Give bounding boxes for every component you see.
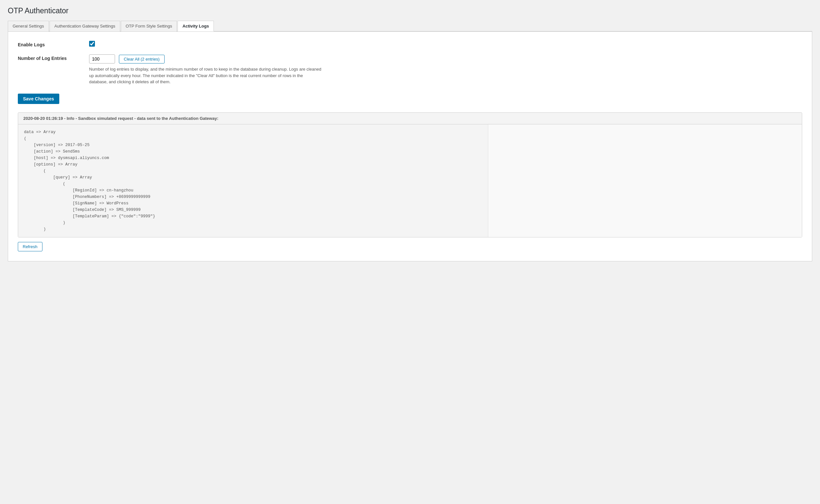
tab-general-settings[interactable]: General Settings xyxy=(8,21,49,31)
clear-all-button[interactable]: Clear All (2 entries) xyxy=(119,55,165,63)
log-entries-help: Number of log entries to display, and th… xyxy=(89,66,322,85)
log-entries-label: Number of Log Entries xyxy=(18,54,89,61)
log-container: 2020-08-20 01:26:19 - Info - Sandbox sim… xyxy=(18,112,802,237)
enable-logs-control xyxy=(89,41,95,47)
log-body: data => Array ( [version] => 2017-05-25 … xyxy=(18,124,802,237)
page-title: OTP Authenticator xyxy=(8,6,812,15)
enable-logs-label: Enable Logs xyxy=(18,41,89,47)
settings-panel: Enable Logs Number of Log Entries Clear … xyxy=(8,31,812,261)
tab-bar: General Settings Authentication Gateway … xyxy=(8,20,812,31)
enable-logs-checkbox[interactable] xyxy=(89,41,95,47)
refresh-button[interactable]: Refresh xyxy=(18,242,42,251)
enable-logs-row: Enable Logs xyxy=(18,41,802,47)
log-entries-row: Number of Log Entries Clear All (2 entri… xyxy=(18,54,802,85)
log-entries-control: Clear All (2 entries) Number of log entr… xyxy=(89,54,322,85)
log-entries-inline: Clear All (2 entries) xyxy=(89,54,322,63)
tab-activity-logs[interactable]: Activity Logs xyxy=(178,21,214,31)
log-entries-input[interactable] xyxy=(89,54,115,63)
tab-otp-form-style[interactable]: OTP Form Style Settings xyxy=(121,21,177,31)
tab-authentication-gateway[interactable]: Authentication Gateway Settings xyxy=(50,21,120,31)
log-code: data => Array ( [version] => 2017-05-25 … xyxy=(18,124,488,237)
save-changes-button[interactable]: Save Changes xyxy=(18,94,59,104)
log-header: 2020-08-20 01:26:19 - Info - Sandbox sim… xyxy=(18,113,802,124)
log-right-panel xyxy=(488,124,802,237)
